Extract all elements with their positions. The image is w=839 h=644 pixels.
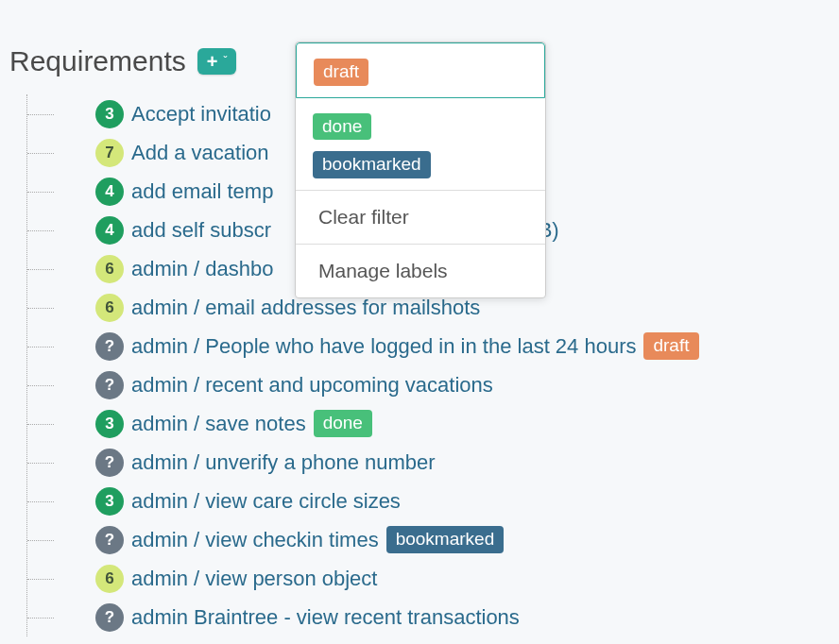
estimate-badge: 7 (95, 139, 124, 167)
list-item[interactable]: ?admin / People who have logged in in th… (27, 327, 839, 365)
list-item[interactable]: 3admin / save notesdone (27, 404, 839, 443)
plus-icon: + (207, 52, 218, 71)
requirement-link[interactable]: Add a vacation (131, 141, 269, 165)
requirement-link[interactable]: admin / email addresses for mailshots (131, 296, 480, 320)
filter-option-bookmarked[interactable]: bookmarked (296, 145, 545, 184)
draft-tag: draft (314, 59, 368, 86)
estimate-badge: 6 (95, 294, 124, 322)
list-item[interactable]: ?admin / view checkin timesbookmarked (27, 520, 839, 559)
done-tag: done (313, 113, 371, 141)
list-item[interactable]: ?admin / recent and upcoming vacations (27, 365, 839, 404)
estimate-badge: 6 (95, 255, 124, 283)
filter-dropdown: draft done bookmarked Clear filter Manag… (295, 42, 546, 298)
requirement-link[interactable]: admin Braintree - view recent transactio… (131, 605, 520, 630)
requirement-link[interactable]: add email temp (131, 179, 273, 204)
filter-labels-rest: done bookmarked (296, 98, 545, 190)
manage-labels-button[interactable]: Manage labels (296, 245, 545, 297)
add-button[interactable]: + ˇ (197, 48, 237, 75)
estimate-badge: ? (95, 449, 124, 477)
estimate-badge: 6 (95, 565, 124, 593)
estimate-badge: 3 (95, 487, 124, 516)
list-item[interactable]: 6admin / view person object (27, 559, 839, 598)
estimate-badge: 3 (95, 100, 124, 128)
estimate-badge: 3 (95, 410, 124, 438)
draft-tag: draft (643, 332, 698, 360)
requirement-link[interactable]: admin / dashbo (131, 257, 273, 281)
clear-filter-button[interactable]: Clear filter (296, 191, 545, 244)
estimate-badge: ? (95, 526, 124, 554)
estimate-badge: ? (95, 332, 124, 361)
list-item[interactable]: 3admin / view care circle sizes (27, 482, 839, 520)
requirement-link[interactable]: admin / save notes (131, 412, 306, 436)
requirement-link[interactable]: admin / view care circle sizes (131, 489, 401, 514)
estimate-badge: ? (95, 371, 124, 399)
requirement-link[interactable]: admin / unverify a phone number (131, 450, 436, 475)
list-item[interactable]: ?admin Braintree - view recent transacti… (27, 598, 839, 636)
done-tag: done (314, 410, 372, 437)
filter-option-done[interactable]: done (296, 108, 545, 146)
estimate-badge: ? (95, 603, 124, 632)
estimate-badge: 4 (95, 178, 124, 206)
list-item[interactable]: ?admin / unverify a phone number (27, 443, 839, 482)
requirement-link[interactable]: admin / recent and upcoming vacations (131, 373, 493, 398)
requirement-link[interactable]: admin / People who have logged in in the… (131, 334, 636, 359)
requirement-link[interactable]: admin / view checkin times (131, 528, 379, 552)
filter-option-draft[interactable]: draft (297, 53, 544, 92)
filter-labels-section: draft (296, 42, 545, 98)
requirement-link[interactable]: Accept invitatio (131, 102, 271, 127)
requirement-link[interactable]: admin / view person object (131, 567, 377, 591)
bookmarked-tag: bookmarked (313, 151, 431, 178)
bookmarked-tag: bookmarked (386, 526, 505, 553)
chevron-down-icon: ˇ (223, 55, 227, 68)
page-title: Requirements (9, 45, 186, 77)
estimate-badge: 4 (95, 216, 124, 245)
requirement-link[interactable]: add self subscr (131, 218, 271, 243)
